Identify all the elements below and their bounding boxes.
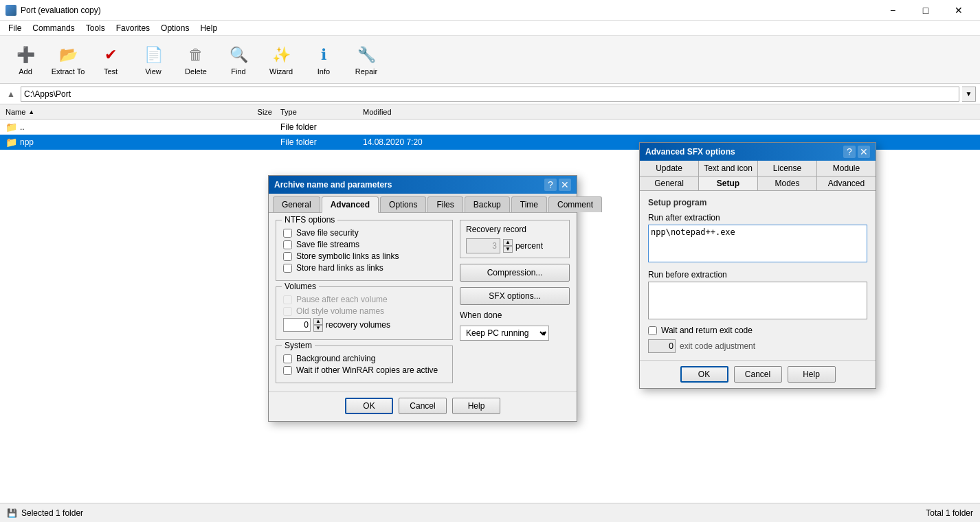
archive-close-btn[interactable]: ✕ — [559, 179, 571, 191]
find-button[interactable]: 🔍 Find — [219, 39, 258, 80]
extract-icon: 📂 — [57, 44, 79, 66]
col-header-name[interactable]: Name ▲ — [3, 108, 223, 116]
when-done-select[interactable]: Keep PC running Sleep Hibernate Shutdown… — [460, 326, 549, 341]
archive-ok-button[interactable]: OK — [345, 398, 393, 414]
save-security-row[interactable]: Save file security — [283, 228, 445, 238]
tab-comment[interactable]: Comment — [548, 196, 602, 212]
spinner-up[interactable]: ▲ — [313, 318, 323, 325]
wait-winrar-label: Wait if other WinRAR copies are active — [296, 365, 438, 375]
sfx-tab-text-icon[interactable]: Text and icon — [699, 161, 758, 176]
menu-commands[interactable]: Commands — [27, 22, 80, 34]
menu-tools[interactable]: Tools — [80, 22, 111, 34]
address-field[interactable] — [21, 87, 959, 102]
col-header-modified[interactable]: Modified — [360, 108, 470, 116]
file-type: File folder — [278, 122, 360, 132]
sfx-title-text: Advanced SFX options — [645, 147, 735, 157]
symbolic-links-checkbox[interactable] — [283, 252, 292, 261]
toolbar: ➕ Add 📂 Extract To ✔ Test 📄 View 🗑 Delet… — [0, 36, 980, 84]
recovery-spinner-up[interactable]: ▲ — [503, 239, 513, 246]
info-button[interactable]: ℹ Info — [304, 39, 344, 80]
recovery-volumes-input[interactable] — [283, 318, 311, 332]
wizard-button[interactable]: ✨ Wizard — [261, 39, 301, 80]
pause-volume-row: Pause after each volume — [283, 295, 445, 304]
sfx-body: Setup program Run after extraction npp\n… — [640, 191, 876, 360]
tab-general[interactable]: General — [273, 196, 320, 212]
recovery-spinner-down[interactable]: ▼ — [503, 246, 513, 253]
table-row[interactable]: 📁 .. File folder — [0, 120, 980, 135]
run-before-textarea[interactable] — [648, 282, 867, 319]
spinner-down[interactable]: ▼ — [313, 325, 323, 332]
exit-code-input[interactable] — [648, 339, 676, 353]
hard-links-row[interactable]: Store hard links as links — [283, 263, 445, 273]
volumes-section: Volumes Pause after each volume Old styl… — [276, 286, 453, 340]
background-checkbox[interactable] — [283, 354, 292, 363]
when-done-label: When done — [460, 310, 570, 320]
repair-button[interactable]: 🔧 Repair — [346, 39, 386, 80]
tab-files[interactable]: Files — [427, 196, 463, 212]
hard-links-checkbox[interactable] — [283, 264, 292, 273]
tab-advanced[interactable]: Advanced — [322, 196, 379, 213]
info-label: Info — [318, 67, 330, 76]
archive-help-button[interactable]: Help — [452, 398, 500, 414]
delete-button[interactable]: 🗑 Delete — [176, 39, 216, 80]
archive-help-btn[interactable]: ? — [544, 179, 557, 191]
sfx-tab-advanced[interactable]: Advanced — [817, 177, 876, 190]
tab-options[interactable]: Options — [380, 196, 426, 212]
tab-time[interactable]: Time — [511, 196, 547, 212]
sfx-close-btn[interactable]: ✕ — [858, 146, 870, 158]
sfx-dialog: Advanced SFX options ? ✕ Update Text and… — [639, 142, 876, 389]
find-label: Find — [231, 67, 245, 76]
col-header-type[interactable]: Type — [278, 108, 360, 116]
sfx-cancel-button[interactable]: Cancel — [734, 366, 782, 383]
close-button[interactable]: ✕ — [943, 0, 975, 21]
recovery-percent-input[interactable] — [466, 238, 500, 253]
extract-to-button[interactable]: 📂 Extract To — [48, 39, 88, 80]
sfx-tab-update[interactable]: Update — [640, 161, 699, 176]
wait-exit-checkbox[interactable] — [648, 326, 657, 335]
file-name: .. — [20, 122, 25, 132]
sfx-options-button[interactable]: SFX options... — [460, 287, 570, 305]
menu-options[interactable]: Options — [155, 22, 194, 34]
sfx-help-btn[interactable]: ? — [843, 146, 856, 158]
file-header: Name ▲ Size Type Modified — [0, 104, 980, 120]
col-header-size[interactable]: Size — [223, 108, 278, 116]
delete-label: Delete — [185, 67, 207, 76]
sfx-ok-button[interactable]: OK — [680, 366, 728, 383]
compression-button[interactable]: Compression... — [460, 264, 570, 282]
save-streams-row[interactable]: Save file streams — [283, 240, 445, 249]
sfx-tab-license[interactable]: License — [758, 161, 817, 176]
nav-up-button[interactable]: ▲ — [4, 87, 18, 101]
save-security-checkbox[interactable] — [283, 229, 292, 238]
sfx-help-footer-button[interactable]: Help — [788, 366, 836, 383]
minimize-button[interactable]: − — [877, 0, 909, 21]
repair-label: Repair — [355, 67, 377, 76]
symbolic-links-row[interactable]: Store symbolic links as links — [283, 251, 445, 261]
save-security-label: Save file security — [296, 228, 359, 238]
add-button[interactable]: ➕ Add — [5, 39, 45, 80]
wait-winrar-checkbox[interactable] — [283, 366, 292, 375]
menu-help[interactable]: Help — [194, 22, 223, 34]
test-button[interactable]: ✔ Test — [91, 39, 131, 80]
menu-favorites[interactable]: Favorites — [111, 22, 155, 34]
menu-file[interactable]: File — [3, 22, 27, 34]
view-button[interactable]: 📄 View — [133, 39, 173, 80]
save-streams-checkbox[interactable] — [283, 240, 292, 249]
tab-backup[interactable]: Backup — [465, 196, 510, 212]
run-after-textarea[interactable]: npp\notepad++.exe — [648, 225, 867, 262]
address-dropdown[interactable]: ▼ — [962, 87, 976, 102]
drive-icon: 💾 — [7, 508, 17, 518]
sfx-tab-module[interactable]: Module — [817, 161, 876, 176]
wait-exit-row[interactable]: Wait and return exit code — [648, 326, 867, 335]
folder-icon: 📁 — [5, 137, 17, 148]
recovery-volumes-row: ▲ ▼ recovery volumes — [283, 318, 445, 332]
add-icon: ➕ — [14, 44, 36, 66]
wait-winrar-row[interactable]: Wait if other WinRAR copies are active — [283, 365, 445, 375]
archive-cancel-button[interactable]: Cancel — [399, 398, 447, 414]
background-row[interactable]: Background archiving — [283, 354, 445, 363]
maximize-button[interactable]: □ — [910, 0, 942, 21]
wait-exit-label: Wait and return exit code — [661, 326, 753, 335]
archive-dialog-title-text: Archive name and parameters — [274, 180, 392, 190]
sfx-tab-modes[interactable]: Modes — [758, 177, 817, 190]
sfx-tab-setup[interactable]: Setup — [699, 177, 758, 190]
sfx-tab-general[interactable]: General — [640, 177, 699, 190]
